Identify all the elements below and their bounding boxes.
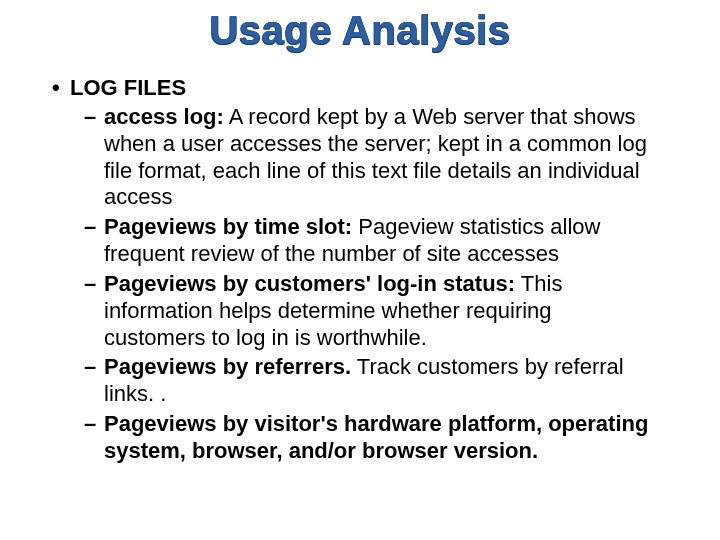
slide-content: LOG FILES access log: A record kept by a… (30, 75, 690, 465)
item-label: Pageviews by customers' log-in status: (104, 271, 515, 296)
slide-title: Usage Analysis (30, 8, 690, 53)
item-label: Pageviews by referrers. (104, 354, 351, 379)
list-item: Pageviews by referrers. Track customers … (48, 354, 690, 408)
item-label: Pageviews by time slot: (104, 214, 352, 239)
list-item: access log: A record kept by a Web serve… (48, 104, 690, 211)
slide: Usage Analysis LOG FILES access log: A r… (0, 0, 720, 540)
item-label: Pageviews by visitor's hardware platform… (104, 411, 648, 463)
item-label: access log: (104, 104, 224, 129)
section-heading: LOG FILES (48, 75, 690, 101)
list-item: Pageviews by time slot: Pageview statist… (48, 214, 690, 268)
list-item: Pageviews by customers' log-in status: T… (48, 271, 690, 351)
list-item: Pageviews by visitor's hardware platform… (48, 411, 690, 465)
